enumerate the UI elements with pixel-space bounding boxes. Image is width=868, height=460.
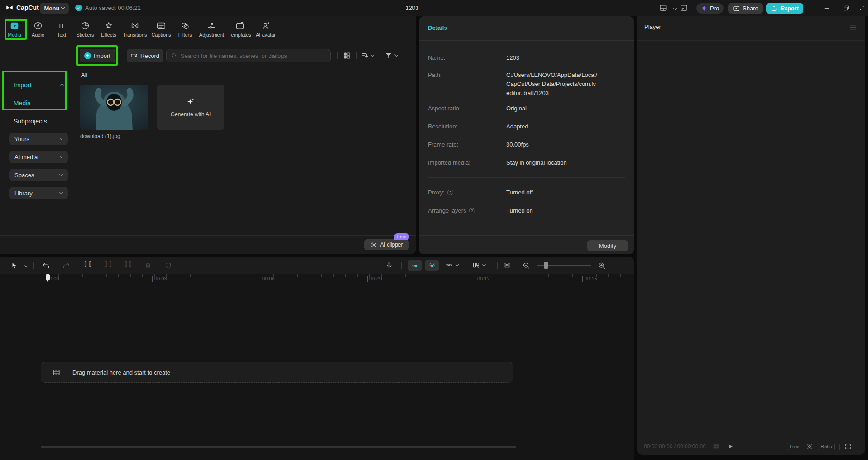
timeline-scrollbar[interactable]	[41, 446, 516, 448]
timeline-drop-zone[interactable]: Drag material here and start to create	[41, 362, 513, 383]
details-panel: Details Name: 1203 Path: C:/Users/LENOVO…	[419, 16, 634, 254]
preview-frames-icon[interactable]	[503, 261, 512, 269]
layout-chevron-icon[interactable]	[673, 6, 677, 10]
media-file-name: download (1).jpg	[80, 133, 120, 139]
search-bar	[166, 49, 331, 62]
layout-toggle-icon[interactable]	[659, 4, 667, 12]
sidebar-group-yours[interactable]: Yours	[9, 133, 68, 145]
panel-layout-icon[interactable]	[680, 4, 688, 12]
tab-filters[interactable]: Filters	[174, 21, 196, 38]
restore-button[interactable]	[840, 3, 852, 14]
drop-zone-hint: Drag material here and start to create	[72, 369, 170, 376]
tab-templates[interactable]: Templates	[227, 21, 253, 38]
player-menu-icon[interactable]	[849, 24, 857, 32]
detail-label-frame-rate: Frame rate:	[428, 141, 458, 148]
tab-stickers[interactable]: Stickers	[74, 21, 96, 38]
ruler-label: 00:06	[260, 276, 275, 282]
select-cursor-icon[interactable]	[10, 261, 18, 270]
topbar: CapCut Menu ✓ Auto saved: 00:06:21 1203 …	[0, 0, 868, 16]
filter-button[interactable]	[384, 52, 398, 60]
search-input[interactable]	[180, 52, 326, 60]
help-icon[interactable]: ?	[447, 190, 453, 195]
toolbar-divider	[380, 52, 380, 59]
tab-media[interactable]: Media	[4, 21, 25, 38]
zoom-out-icon[interactable]	[522, 261, 530, 270]
tab-transitions[interactable]: Transitions	[121, 21, 148, 38]
export-button[interactable]: Export	[766, 3, 803, 14]
chevron-down-icon	[59, 190, 63, 194]
sort-button[interactable]	[361, 52, 374, 60]
redo-icon[interactable]	[62, 261, 71, 270]
player-transport: 00:00:00:00 / 00:00:00:00	[644, 443, 734, 450]
delete-icon[interactable]	[144, 261, 152, 270]
record-button[interactable]: Record	[127, 49, 163, 62]
import-button[interactable]: + Import	[80, 49, 115, 62]
text-icon: TI	[57, 21, 67, 31]
auto-preview-toggle[interactable]	[425, 260, 439, 271]
details-header: Details	[419, 16, 634, 41]
cursor-mode-chevron-icon[interactable]	[24, 264, 28, 267]
tab-ai-avatar[interactable]: AI avatar	[254, 21, 277, 38]
zoom-in-icon[interactable]	[598, 261, 606, 270]
tab-audio[interactable]: Audio	[27, 21, 49, 38]
media-tabbar: Media Audio TI Text Stickers Effects Tra…	[0, 16, 416, 42]
timeline-ruler[interactable]: 00:00 00:03 00:06 00:09 00:12 00:15	[0, 274, 634, 286]
trim-right-icon[interactable]: ][	[124, 261, 133, 268]
export-icon	[771, 5, 777, 12]
toolbar-divider	[497, 262, 498, 269]
sidebar-group-spaces[interactable]: Spaces	[9, 169, 68, 181]
split-icon[interactable]: ][	[84, 261, 92, 268]
tab-captions[interactable]: Captions	[150, 21, 172, 38]
quality-button[interactable]: Low	[787, 443, 801, 450]
tab-text[interactable]: TI Text	[51, 21, 72, 38]
select-split-mode-button[interactable]	[472, 261, 485, 269]
detail-value-imported-media: Stay in original location	[506, 159, 626, 166]
tab-effects[interactable]: Effects	[98, 21, 120, 38]
ai-clipper-button[interactable]: AI clipper	[364, 239, 409, 250]
autosave-label: Auto saved: 00:06:21	[85, 5, 141, 11]
camera-icon	[130, 52, 138, 59]
frames-icon[interactable]	[712, 443, 720, 450]
detail-label-proxy: Proxy: ?	[428, 189, 453, 196]
chevron-down-icon	[59, 172, 63, 176]
minimize-button[interactable]	[820, 3, 832, 14]
menu-button[interactable]: Menu	[40, 3, 69, 14]
playhead-handle[interactable]	[46, 274, 50, 280]
tab-adjustment[interactable]: Adjustment	[198, 21, 225, 38]
split-cursor-icon	[472, 261, 480, 269]
link-clips-button[interactable]	[444, 261, 459, 269]
pro-button[interactable]: Pro	[696, 3, 724, 14]
sidebar-group-library[interactable]: Library	[9, 187, 68, 199]
close-button[interactable]	[856, 3, 868, 14]
modify-button[interactable]: Modify	[587, 240, 628, 251]
ruler-label: 00:03	[152, 276, 167, 282]
preview-zoom-icon[interactable]	[806, 443, 813, 450]
sidebar-group-ai-media[interactable]: AI media	[9, 151, 68, 163]
ratio-button[interactable]: Ratio	[818, 443, 835, 450]
capcut-logo-icon	[5, 4, 14, 12]
sidebar-item-subprojects[interactable]: Subprojects	[14, 118, 47, 125]
filter-icon	[384, 52, 393, 60]
chevron-down-icon	[59, 136, 63, 140]
mic-icon[interactable]	[385, 261, 393, 270]
search-icon	[171, 52, 177, 59]
main-track-magnet-toggle[interactable]	[408, 260, 422, 271]
media-thumbnail[interactable]	[80, 85, 148, 130]
fullscreen-icon[interactable]	[844, 443, 852, 450]
player-divider	[839, 444, 840, 450]
help-icon[interactable]: ?	[469, 208, 475, 213]
generate-with-ai-card[interactable]: Generate with AI	[157, 85, 224, 130]
play-button[interactable]	[727, 443, 734, 450]
timeline-toolbar: ][ ][ ][	[0, 257, 634, 274]
grid-view-icon[interactable]	[343, 52, 351, 60]
mask-shield-icon[interactable]	[164, 261, 172, 270]
toolbar-divider	[33, 262, 34, 269]
chevron-down-icon	[482, 262, 486, 266]
timeline-zoom-slider-handle[interactable]	[544, 262, 548, 269]
undo-icon[interactable]	[42, 261, 50, 270]
trim-left-icon[interactable]: ][	[104, 261, 113, 268]
sidebar-item-media[interactable]: Media	[14, 100, 31, 107]
share-button[interactable]: Share	[728, 3, 763, 14]
sidebar-item-import[interactable]: Import	[14, 81, 63, 89]
detail-label-arrange-layers: Arrange layers ?	[428, 207, 475, 214]
